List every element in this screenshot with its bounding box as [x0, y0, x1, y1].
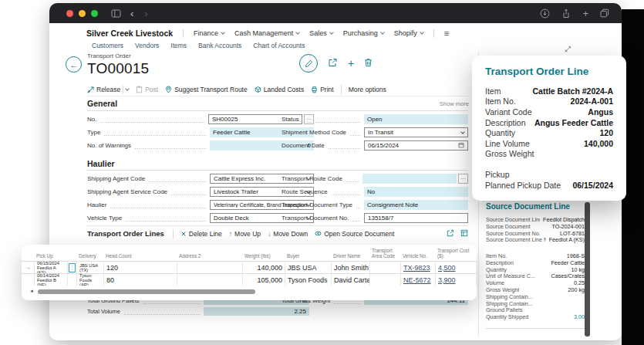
release-split-caret-icon[interactable]	[125, 86, 130, 91]
chevron-down-icon	[221, 30, 225, 35]
col-header-delivery[interactable]: Delivery	[77, 247, 104, 261]
cell-driver[interactable]: David Carter	[332, 273, 370, 286]
nav-link-customers[interactable]: Customers	[92, 42, 123, 49]
col-header-pickup[interactable]: Pick Up	[35, 247, 68, 261]
sidebar-toggle-icon[interactable]	[111, 9, 121, 18]
cell-address2[interactable]	[177, 273, 243, 286]
quantity-shipped-link[interactable]: 3.00	[574, 313, 585, 320]
nav-link-bank-accounts[interactable]: Bank Accounts	[198, 42, 241, 49]
new-tab-icon[interactable]: +	[582, 8, 588, 19]
suggest-transport-route-button[interactable]: Suggest Transport Route	[165, 86, 248, 93]
download-icon[interactable]	[540, 8, 550, 19]
expand-lines-icon[interactable]	[460, 229, 468, 238]
vehicle-no-link[interactable]: NE-5672	[403, 276, 431, 284]
cell-address2[interactable]	[177, 261, 243, 273]
cell-buyer[interactable]: JBS USA	[285, 261, 332, 273]
cell-weight[interactable]: 105,000	[243, 273, 285, 286]
cell-head-count[interactable]: 80	[104, 273, 177, 286]
open-in-new-button[interactable]	[328, 56, 338, 70]
cell-weight[interactable]: 140,000	[243, 261, 285, 273]
menu-finance[interactable]: Finance	[194, 29, 224, 37]
field-warnings: No. of Warnings 0	[87, 140, 314, 151]
assist-edit-button[interactable]: ···	[458, 174, 468, 184]
cell-delivery[interactable]: Tyson Foods (AR)	[77, 273, 104, 286]
nav-link-vendors[interactable]: Vendors	[135, 42, 159, 49]
browser-forward-icon[interactable]: ›	[144, 8, 147, 19]
status-field[interactable]: Open	[364, 114, 468, 124]
document-date-input[interactable]: 06/15/2024	[364, 140, 468, 151]
col-header-cost[interactable]: Transport Cost ($)	[436, 247, 477, 261]
share-lines-icon[interactable]	[447, 229, 454, 238]
browser-back-icon[interactable]: ‹	[130, 8, 133, 19]
factbox-row: Quantity Shipped3.00	[486, 313, 585, 320]
show-more-link[interactable]: Show more	[440, 100, 469, 107]
cell-head-count[interactable]: 120	[104, 261, 177, 273]
scrollbar-thumb[interactable]	[38, 289, 255, 294]
cell-driver[interactable]: John Smith	[332, 261, 370, 273]
menu-cash-management[interactable]: Cash Management	[234, 29, 299, 37]
col-header-driver[interactable]: Driver Name	[332, 247, 370, 261]
more-options-button[interactable]: More options	[349, 86, 386, 93]
vehicle-no-link[interactable]: TX-9823	[403, 264, 430, 272]
route-sequence-field[interactable]: No	[364, 187, 468, 197]
col-header-area-code[interactable]: Transport Area Code	[370, 247, 401, 261]
move-down-button[interactable]: ↓ Move Down	[268, 230, 308, 238]
transport-document-type-field[interactable]: Consignment Note	[364, 200, 468, 210]
release-button[interactable]: Release	[87, 86, 129, 93]
scroll-left-icon[interactable]: ◄	[29, 289, 34, 293]
close-window-button[interactable]	[66, 10, 73, 17]
cell-area-code[interactable]	[370, 261, 401, 273]
page-back-button[interactable]: ←	[66, 56, 82, 73]
share-icon[interactable]	[561, 8, 571, 19]
shipment-method-select[interactable]: In Transit	[364, 127, 468, 137]
cell-pickup[interactable]: 06/14/2024Feedlot B (NE)	[35, 273, 68, 286]
factbox-row: Source DocumentTO-2024-001	[486, 223, 585, 230]
tab-overview-icon[interactable]	[600, 8, 609, 18]
cell-cost: 3,900	[436, 273, 477, 286]
nav-link-items[interactable]: Items	[170, 42, 187, 49]
row-select-icon[interactable]: ⋮	[69, 263, 76, 272]
landed-costs-button[interactable]: Landed Costs	[255, 86, 304, 93]
delete-line-button[interactable]: Delete Line	[180, 230, 222, 238]
print-button[interactable]: Print	[311, 86, 333, 93]
cell-select[interactable]: ⋮	[68, 261, 77, 273]
open-source-document-button[interactable]: Open Source Document	[315, 230, 394, 238]
new-document-button[interactable]: +	[348, 57, 354, 69]
cell-buyer[interactable]: Tyson Foods	[285, 273, 332, 286]
transport-order-line-card: Transport Order Line ItemCattle Batch #2…	[472, 56, 626, 201]
transport-document-no-input[interactable]: 135158/7	[364, 213, 468, 223]
col-header-vehicle[interactable]: Vehicle No.	[401, 247, 436, 261]
transport-route-code-field[interactable]	[362, 174, 457, 184]
menu-shopify[interactable]: Shopify	[394, 29, 423, 37]
factbox-vertical-scrollbar[interactable]	[585, 202, 590, 337]
field-shipment-method: Shipment Method Code In Transit	[282, 127, 468, 137]
transport-cost-link[interactable]: 4,500	[438, 264, 456, 272]
field-document-date: Document Date 06/15/2024	[282, 140, 468, 151]
transport-cost-link[interactable]: 3,900	[438, 276, 456, 284]
zoom-window-button[interactable]	[91, 10, 98, 17]
col-header-address2[interactable]: Address 2	[177, 247, 243, 261]
move-up-button[interactable]: ↑ Move Up	[229, 230, 261, 238]
post-button[interactable]: Post	[136, 86, 158, 93]
expand-icon[interactable]	[565, 42, 572, 56]
nav-link-chart-of-accounts[interactable]: Chart of Accounts	[253, 42, 305, 49]
route-icon	[165, 86, 172, 93]
col-header-weight[interactable]: Weight (lbs)	[243, 247, 285, 261]
hamburger-menu-icon[interactable]: ≡	[444, 29, 449, 38]
field-transport-route-code: Transport Route Code ···	[282, 174, 468, 184]
edit-button[interactable]	[299, 54, 318, 73]
menu-sales[interactable]: Sales	[309, 29, 333, 37]
card-row: Quantity120	[485, 127, 613, 138]
col-header-head-count[interactable]: Head Count	[104, 247, 177, 261]
cell-pickup[interactable]: 06/15/2024Feedlot A (KS)	[35, 261, 68, 273]
col-header-buyer[interactable]: Buyer	[285, 247, 332, 261]
cell-area-code[interactable]	[370, 273, 401, 286]
cell-select[interactable]	[68, 273, 77, 286]
minimize-window-button[interactable]	[79, 10, 86, 17]
factbox-row: Quantity10 kg	[486, 266, 585, 273]
menu-purchasing[interactable]: Purchasing	[343, 29, 384, 37]
delete-button[interactable]	[364, 56, 373, 70]
calendar-icon[interactable]	[458, 142, 464, 150]
cell-delivery[interactable]: JBS USA (TX)	[77, 261, 104, 273]
lines-title: Transport Order Lines	[87, 229, 164, 238]
